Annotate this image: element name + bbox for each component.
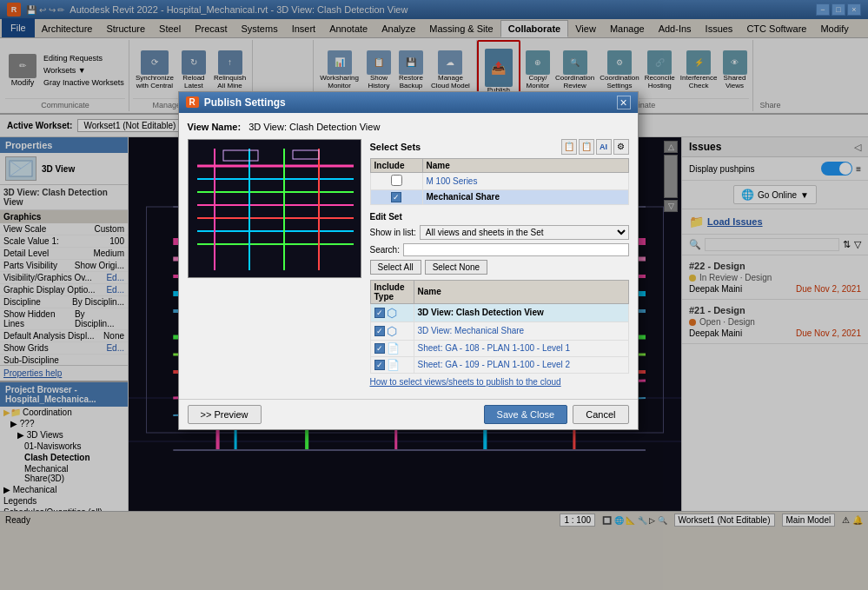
sets-name-col: Name <box>422 158 628 172</box>
sets-toolbar-btn2[interactable]: 📋 <box>579 139 594 155</box>
include-name-col-header: Name <box>414 280 628 303</box>
sets-row-m100: M 100 Series <box>370 172 628 189</box>
modal-footer: >> Preview Save & Close Cancel <box>179 399 638 429</box>
modal-title-label: Publish Settings <box>204 96 286 109</box>
search-row: Search: <box>370 243 629 256</box>
select-sets-header-row: Select Sets 📋 📋 AI ⚙ <box>370 139 629 155</box>
include-row-mechanical-share: ✓ ⬡ 3D View: Mechanical Share <box>370 322 628 340</box>
include-clash-name: 3D View: Clash Detection View <box>414 303 628 322</box>
modal-close-button[interactable]: × <box>617 96 631 109</box>
modal-thumbnail <box>188 139 361 278</box>
modal-revit-icon: R <box>186 96 199 108</box>
sets-include-col: Include <box>370 158 422 172</box>
save-close-button[interactable]: Save & Close <box>484 405 568 424</box>
modal-overlay: R Publish Settings × View Name: 3D View:… <box>0 0 868 590</box>
modal-view-name-value: 3D View: Clash Detection View <box>248 122 380 132</box>
edit-set-label: Edit Set <box>370 212 629 222</box>
sheet-icon-ga109: 📄 <box>387 359 400 371</box>
include-ga108-checkbox[interactable]: ✓ <box>374 343 385 354</box>
modal-title-content: R Publish Settings <box>186 96 286 109</box>
show-in-list-select[interactable]: All views and sheets in the Set <box>420 225 629 240</box>
select-sets-label: Select Sets <box>370 142 421 152</box>
sets-table: Include Name M 100 Series <box>370 158 629 205</box>
sets-toolbar-ai-btn[interactable]: AI <box>596 139 612 155</box>
include-ga108-name[interactable]: Sheet: GA - 108 - PLAN 1-100 - Level 1 <box>414 340 628 356</box>
sets-toolbar-btn4[interactable]: ⚙ <box>613 139 629 155</box>
modal-main-row: Select Sets 📋 📋 AI ⚙ Include <box>188 139 629 390</box>
preview-button[interactable]: >> Preview <box>188 405 262 424</box>
sets-toolbar: 📋 📋 AI ⚙ <box>561 139 629 155</box>
show-in-list-label: Show in list: <box>370 228 416 237</box>
include-table: Include Type Name ✓ ⬡ <box>370 280 629 374</box>
include-row-ga109: ✓ 📄 Sheet: GA - 109 - PLAN 1-100 - Level… <box>370 356 628 373</box>
modal-right-col: Select Sets 📋 📋 AI ⚙ Include <box>370 139 629 390</box>
select-all-button[interactable]: Select All <box>370 260 421 275</box>
select-none-button[interactable]: Select None <box>425 260 487 275</box>
sets-mechanical-checkbox[interactable]: ✓ <box>391 192 401 202</box>
3dview-icon-mech: ⬡ <box>387 324 397 338</box>
include-type-col: Include Type <box>370 280 414 303</box>
include-mech-checkbox[interactable]: ✓ <box>374 326 385 336</box>
include-ga109-checkbox[interactable]: ✓ <box>374 360 385 370</box>
modal-search-label: Search: <box>370 245 400 255</box>
sheet-icon-ga108: 📄 <box>387 342 400 355</box>
include-row-clash-detection: ✓ ⬡ 3D View: Clash Detection View <box>370 303 628 322</box>
include-mech-name[interactable]: 3D View: Mechanical Share <box>414 322 628 340</box>
cancel-button[interactable]: Cancel <box>573 405 628 424</box>
include-ga109-name[interactable]: Sheet: GA - 109 - PLAN 1-100 - Level 2 <box>414 356 628 373</box>
include-clash-checkbox[interactable]: ✓ <box>374 308 385 318</box>
modal-search-input[interactable] <box>403 243 629 256</box>
show-in-list-row: Show in list: All views and sheets in th… <box>370 225 629 240</box>
sets-row-mechanical-share: ✓ Mechanical Share <box>370 189 628 204</box>
modal-view-name-label: View Name: <box>188 122 242 132</box>
include-row-ga108: ✓ 📄 Sheet: GA - 108 - PLAN 1-100 - Level… <box>370 340 628 356</box>
edit-set-section: Edit Set Show in list: All views and she… <box>370 212 629 275</box>
sets-m100-checkbox[interactable] <box>391 175 402 186</box>
modal-view-name-row: View Name: 3D View: Clash Detection View <box>188 122 629 132</box>
select-all-none-row: Select All Select None <box>370 260 629 275</box>
modal-footer-btn-group: Save & Close Cancel <box>484 405 629 424</box>
sets-mechanical-name[interactable]: Mechanical Share <box>422 189 628 204</box>
sets-toolbar-btn1[interactable]: 📋 <box>561 139 577 155</box>
modal-left-col <box>188 139 361 390</box>
publish-to-cloud-link[interactable]: How to select views/sheets to publish to… <box>370 377 629 387</box>
publish-settings-modal: R Publish Settings × View Name: 3D View:… <box>178 91 639 430</box>
sets-m100-name[interactable]: M 100 Series <box>422 172 628 189</box>
modal-title-bar: R Publish Settings × <box>179 92 638 113</box>
modal-body: View Name: 3D View: Clash Detection View <box>179 113 638 399</box>
3dview-icon-clash: ⬡ <box>387 306 397 320</box>
